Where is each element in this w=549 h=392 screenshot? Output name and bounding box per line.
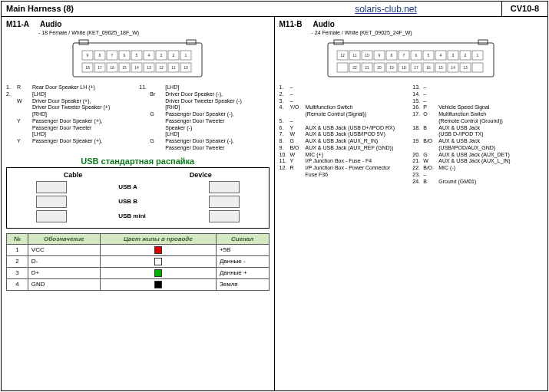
pin-row: 22.B/OMIC (-) bbox=[412, 165, 543, 172]
svg-text:18: 18 bbox=[85, 65, 90, 70]
svg-rect-87 bbox=[472, 63, 483, 72]
wire-row: 1VCC+5В bbox=[7, 244, 270, 255]
site-link[interactable]: solaris-club.net bbox=[270, 2, 501, 16]
usb-cable-icon bbox=[36, 196, 67, 208]
pin-row: 10.WMIC (+) bbox=[279, 152, 410, 159]
svg-text:19: 19 bbox=[389, 65, 394, 70]
svg-text:2: 2 bbox=[173, 53, 175, 58]
pin-row: 14.– bbox=[412, 91, 543, 98]
connector-id: M11-A bbox=[6, 20, 29, 28]
svg-text:16: 16 bbox=[426, 65, 431, 70]
pin-row: 19.B/OAUX & USB Jack bbox=[412, 138, 543, 145]
connector-id: M11-B bbox=[279, 20, 303, 28]
pin-row: 2.– bbox=[279, 91, 410, 98]
page: Main Harness (8) solaris-club.net CV10-8… bbox=[1, 1, 548, 391]
pin-row: (Remote Control (Ground)) bbox=[412, 118, 543, 125]
pin-row: 24.BGround (GM01) bbox=[412, 179, 543, 186]
svg-rect-66 bbox=[337, 63, 348, 72]
svg-text:12: 12 bbox=[340, 53, 345, 58]
svg-text:10: 10 bbox=[184, 65, 188, 70]
pin-row: 16.PVehicle Speed Signal bbox=[412, 104, 543, 111]
svg-text:4: 4 bbox=[148, 53, 150, 58]
usb-type-label: USB A bbox=[118, 183, 157, 190]
connector-name: Audio bbox=[40, 20, 61, 28]
svg-text:18: 18 bbox=[402, 65, 406, 70]
usb-wire-table: № Обозначение Цвет жилы в проводе Сигнал… bbox=[6, 233, 270, 291]
wire-th-signal: Сигнал bbox=[216, 233, 269, 244]
pin-row: Driver Door Tweeter Speaker (-) bbox=[139, 98, 269, 105]
pin-row: 15.– bbox=[412, 98, 543, 105]
svg-text:8: 8 bbox=[391, 53, 393, 58]
columns: M11-A Audio - 18 Female / White (KET_090… bbox=[2, 17, 547, 391]
connector-header: M11-B Audio bbox=[279, 20, 544, 28]
usb-pinout-box: Cable Device USB AUSB BUSB mini bbox=[6, 167, 270, 229]
svg-text:2: 2 bbox=[465, 53, 467, 58]
usb-row: USB B bbox=[10, 196, 266, 208]
usb-row: USB A bbox=[10, 181, 266, 193]
pin-row: Passenger Door Tweeter bbox=[6, 125, 136, 132]
pin-row: 17.OMultifunction Switch bbox=[412, 111, 543, 118]
svg-text:5: 5 bbox=[428, 53, 430, 58]
svg-text:14: 14 bbox=[451, 65, 455, 70]
pin-row: 2.[LHD] bbox=[6, 91, 136, 98]
svg-text:3: 3 bbox=[160, 53, 163, 58]
pin-row: WDriver Door Speaker (+), bbox=[6, 98, 136, 105]
wire-row: 2D-Данные - bbox=[7, 255, 270, 267]
usb-device-icon bbox=[209, 210, 240, 222]
pin-table-a: 1.RRear Door Speaker LH (+)2.[LHD]WDrive… bbox=[6, 84, 270, 152]
usb-device-icon bbox=[209, 196, 240, 208]
pin-row: GPassenger Door Speaker (-), bbox=[139, 138, 269, 145]
pin-row: 4.Y/OMultifunction Switch bbox=[279, 104, 410, 111]
pin-row: YPassenger Door Speaker (+), bbox=[6, 118, 136, 125]
svg-text:17: 17 bbox=[414, 65, 418, 70]
header: Main Harness (8) solaris-club.net CV10-8 bbox=[2, 2, 547, 17]
svg-text:5: 5 bbox=[136, 53, 138, 58]
pin-row: Passenger Door Tweeter bbox=[139, 145, 269, 152]
pin-row: 6.YAUX & USB Jack (USB D+/IPOD RX) bbox=[279, 125, 410, 132]
pin-row: 5.– bbox=[279, 118, 410, 125]
svg-text:9: 9 bbox=[87, 53, 89, 58]
svg-text:3: 3 bbox=[452, 53, 455, 58]
pin-row: 9.B/OAUX & USB Jack (AUX_REF (GND)) bbox=[279, 145, 410, 152]
pin-row: (USB D-/IPOD TX) bbox=[412, 131, 543, 138]
svg-text:6: 6 bbox=[415, 53, 418, 58]
svg-rect-40 bbox=[334, 40, 343, 44]
pin-row: [LHD] bbox=[139, 131, 269, 138]
svg-text:14: 14 bbox=[134, 65, 139, 70]
pin-row: [RHD] bbox=[6, 111, 136, 118]
svg-text:7: 7 bbox=[111, 53, 114, 58]
harness-title: Main Harness (8) bbox=[2, 2, 270, 16]
svg-text:17: 17 bbox=[98, 65, 102, 70]
usb-type-label: USB mini bbox=[118, 212, 157, 219]
usb-cable-icon bbox=[36, 210, 67, 222]
svg-text:12: 12 bbox=[159, 65, 164, 70]
wire-row: 3D+Данные + bbox=[7, 267, 270, 278]
svg-text:11: 11 bbox=[171, 65, 176, 70]
usb-title: USB стандартная распайка bbox=[6, 156, 270, 166]
wire-row: 4GNDЗемля bbox=[7, 278, 270, 290]
connector-name: Audio bbox=[313, 20, 335, 28]
page-code: CV10-8 bbox=[501, 2, 547, 16]
pin-row: 21.WAUX & USB Jack (AUX_L_IN) bbox=[412, 158, 543, 165]
pin-row: YPassenger Door Speaker (+), bbox=[6, 138, 136, 145]
pin-row: 1.RRear Door Speaker LH (+) bbox=[6, 84, 136, 91]
pin-row: Passenger Door Tweeter bbox=[139, 118, 269, 125]
svg-rect-1 bbox=[79, 40, 88, 44]
usb-col-device: Device bbox=[190, 171, 212, 179]
pin-table-b: 1.–2.–3.–4.Y/OMultifunction Switch(Remot… bbox=[279, 84, 544, 185]
pin-row: (USB/IPOD/AUX_GND) bbox=[412, 145, 543, 152]
usb-type-label: USB B bbox=[118, 198, 157, 205]
pin-row: [RHD] bbox=[139, 104, 269, 111]
svg-text:13: 13 bbox=[463, 65, 468, 70]
connector-diagram-a: 987654321181716151413121110 bbox=[53, 38, 222, 84]
svg-text:8: 8 bbox=[99, 53, 101, 58]
connector-diagram-b: 12111098765432122212019181716151413 bbox=[311, 38, 511, 84]
pin-row: 12.RI/P Junction Box - Power Connector bbox=[279, 165, 410, 172]
pin-row: 3.– bbox=[279, 98, 410, 105]
svg-text:13: 13 bbox=[147, 65, 151, 70]
connector-subtitle: - 24 Female / White (KET_09025_24F_W) bbox=[312, 30, 544, 35]
usb-row: USB mini bbox=[10, 210, 266, 222]
pin-row: 20.GAUX & USB Jack (AUX_DET) bbox=[412, 152, 543, 159]
pin-row: 7.WAUX & USB Jack (USB/IPOD 5V) bbox=[279, 131, 410, 138]
pin-row: [LHD] bbox=[6, 131, 136, 138]
